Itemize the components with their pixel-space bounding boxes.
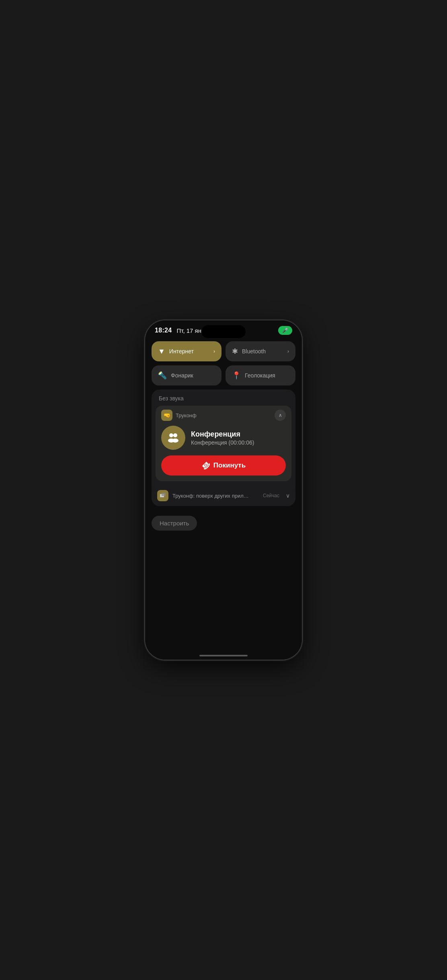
tile-internet[interactable]: ▼ Интернет › <box>152 341 221 361</box>
tile-geolocation[interactable]: 📍 Геолокация <box>226 365 295 385</box>
chevron-icon-internet: › <box>213 349 215 354</box>
notif-header: 🤜 Труконф ∧ <box>156 406 291 424</box>
phone-screen: 18:24 Пт, 17 янв. 🎤 ▼ Интернет › <box>145 320 302 660</box>
conference-details: Конференция Конференция (00:00:06) <box>191 430 286 446</box>
tile-flashlight-label: Фонарик <box>171 372 215 379</box>
svg-point-0 <box>169 433 173 437</box>
status-time: 18:24 <box>155 327 172 334</box>
trukonf-overlay-notification: Труконф: поверх других прил… Сейчас ∨ <box>152 485 295 506</box>
bluetooth-icon: ✱ <box>232 347 238 356</box>
conference-title: Конференция <box>191 430 286 439</box>
silent-mode-label: Без звука <box>152 390 295 406</box>
quick-tiles-grid: ▼ Интернет › ✱ Bluetooth › 🔦 Фонарик <box>152 341 295 385</box>
tile-geolocation-label: Геолокация <box>245 372 289 379</box>
flashlight-icon: 🔦 <box>158 371 167 380</box>
tile-flashlight[interactable]: 🔦 Фонарик <box>152 365 221 385</box>
trukonf-app-icon: 🤜 <box>161 410 172 421</box>
configure-button-label: Настроить <box>160 520 189 527</box>
mic-pill: 🎤 <box>278 326 292 335</box>
svg-point-3 <box>172 439 178 443</box>
collapse-button[interactable]: ∧ <box>275 410 286 421</box>
overlay-notification-time: Сейчас <box>263 493 279 498</box>
status-right: 🎤 <box>278 326 292 335</box>
phone-frame: 18:24 Пт, 17 янв. 🎤 ▼ Интернет › <box>145 320 302 660</box>
chevron-icon-bluetooth: › <box>287 349 289 354</box>
conference-subtitle: Конференция (00:00:06) <box>191 439 286 446</box>
leave-button-label: Покинуть <box>213 461 246 469</box>
svg-rect-5 <box>162 493 166 496</box>
trukonf-overlay-icon <box>157 490 168 501</box>
trukonf-notification-card: 🤜 Труконф ∧ <box>156 406 291 481</box>
conference-info: Конференция Конференция (00:00:06) <box>156 424 291 455</box>
svg-point-1 <box>173 433 177 437</box>
conference-avatar <box>161 426 185 450</box>
notifications-section: Без звука 🤜 Труконф ∧ <box>152 390 295 506</box>
trukonf-app-name: Труконф <box>176 412 271 418</box>
phone-hangup-icon: ☎ <box>199 459 212 472</box>
home-indicator <box>199 655 248 656</box>
leave-conference-button[interactable]: ☎ Покинуть <box>161 455 286 476</box>
overlay-notification-text: Труконф: поверх других прил… <box>172 493 259 499</box>
tile-internet-label: Интернет <box>169 348 209 355</box>
configure-button[interactable]: Настроить <box>152 516 197 531</box>
dynamic-island <box>201 325 246 338</box>
tile-bluetooth[interactable]: ✱ Bluetooth › <box>226 341 295 361</box>
location-icon: 📍 <box>232 371 241 380</box>
wifi-icon: ▼ <box>158 347 165 356</box>
tile-bluetooth-label: Bluetooth <box>242 348 283 355</box>
expand-notification-icon[interactable]: ∨ <box>286 492 290 499</box>
microphone-icon: 🎤 <box>282 328 288 333</box>
content-area: ▼ Интернет › ✱ Bluetooth › 🔦 Фонарик <box>145 338 302 531</box>
